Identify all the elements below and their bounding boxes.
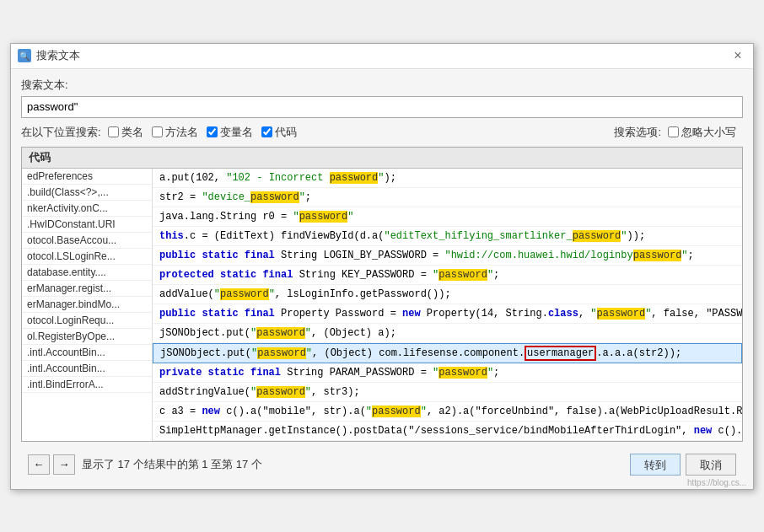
password-highlight: password bbox=[597, 308, 646, 320]
string-literal: "password" bbox=[250, 327, 311, 339]
goto-button[interactable]: 转到 bbox=[630, 454, 681, 476]
checkbox-ignore-case[interactable]: 忽略大小写 bbox=[668, 125, 736, 140]
password-highlight: password bbox=[256, 327, 305, 339]
string-literal: "device_password" bbox=[202, 191, 304, 203]
code-row[interactable]: jSONObject.put("password", (Object) a); bbox=[153, 324, 742, 343]
search-input[interactable] bbox=[21, 96, 743, 118]
results-header: 代码 bbox=[22, 148, 742, 169]
location-label: 在以下位置搜索: bbox=[21, 125, 101, 140]
list-item[interactable]: erManager.bindMo... bbox=[22, 297, 152, 313]
watermark: https://blog.cs... bbox=[687, 478, 746, 487]
right-panel: a.put(102, "102 - Incorrect password"); … bbox=[153, 169, 742, 441]
list-item[interactable]: edPreferences bbox=[22, 169, 152, 185]
string-literal: "editText_hiflying_smartlinker_password" bbox=[384, 230, 627, 242]
code-row[interactable]: c a3 = new c().a("mobile", str).a("passw… bbox=[153, 402, 742, 422]
checkbox-variable-input[interactable] bbox=[207, 126, 218, 137]
code-row[interactable]: this.c = (EditText) findViewById(d.a("ed… bbox=[153, 227, 742, 246]
checkbox-class[interactable]: 类名 bbox=[108, 125, 143, 140]
checkbox-variable-label: 变量名 bbox=[220, 125, 253, 140]
results-area: 代码 edPreferences .build(Class<?>,... nke… bbox=[21, 147, 743, 442]
list-item[interactable]: otocol.LSLoginRe... bbox=[22, 249, 152, 265]
checkbox-ignore-case-label: 忽略大小写 bbox=[681, 125, 736, 140]
password-highlight: password bbox=[257, 347, 306, 359]
list-item[interactable]: .intl.AccountBin... bbox=[22, 345, 152, 361]
action-buttons: 转到 取消 bbox=[630, 454, 736, 476]
search-options-label: 搜索选项: bbox=[614, 125, 661, 140]
options-row: 在以下位置搜索: 类名 方法名 变量名 代码 bbox=[21, 125, 743, 140]
string-literal: "hwid://com.huawei.hwid/loginbypassword" bbox=[444, 250, 687, 261]
keyword: public static final bbox=[159, 250, 275, 261]
keyword: private static final bbox=[159, 367, 281, 379]
string-literal: "password" bbox=[251, 347, 312, 359]
list-item[interactable]: .HwIDConstant.URI bbox=[22, 217, 152, 233]
password-highlight: password bbox=[438, 269, 487, 281]
footer-left: ← → 显示了 17 个结果中的第 1 至第 17 个 bbox=[28, 454, 262, 475]
list-item[interactable]: ol.RegisterByOpe... bbox=[22, 329, 152, 345]
next-button[interactable]: → bbox=[53, 454, 75, 475]
string-literal: "password" bbox=[433, 269, 493, 281]
password-highlight: password bbox=[633, 250, 682, 261]
code-row[interactable]: public static final String LOGIN_BY_PASS… bbox=[153, 246, 742, 266]
code-row[interactable]: addValue("password", lsLoginInfo.getPass… bbox=[153, 285, 742, 304]
dialog-icon: 🔍 bbox=[18, 49, 31, 62]
password-highlight: password bbox=[330, 172, 379, 184]
list-item[interactable]: otocol.LoginRequ... bbox=[22, 313, 152, 329]
list-item[interactable]: .intl.BindErrorA... bbox=[22, 377, 152, 393]
code-row[interactable]: protected static final String KEY_PASSWO… bbox=[153, 266, 742, 285]
code-row-selected[interactable]: jSONObject.put("password", (Object) com.… bbox=[153, 343, 742, 363]
string-literal: "102 - Incorrect password" bbox=[226, 172, 384, 184]
left-panel: edPreferences .build(Class<?>,... nkerAc… bbox=[22, 169, 153, 441]
checkbox-code[interactable]: 代码 bbox=[261, 125, 297, 140]
checkbox-code-label: 代码 bbox=[275, 125, 297, 140]
code-row[interactable]: str2 = "device_password"; bbox=[153, 188, 742, 207]
keyword: public static final bbox=[159, 308, 275, 320]
string-literal: "password" bbox=[590, 308, 651, 320]
dialog-body: 搜索文本: 在以下位置搜索: 类名 方法名 变量名 bbox=[11, 69, 753, 489]
cancel-button[interactable]: 取消 bbox=[686, 454, 736, 476]
prev-button[interactable]: ← bbox=[28, 454, 50, 475]
keyword: class bbox=[548, 308, 578, 320]
checkbox-class-label: 类名 bbox=[121, 125, 143, 140]
keyword: this bbox=[159, 230, 184, 242]
list-item[interactable]: .intl.AccountBin... bbox=[22, 361, 152, 377]
code-row[interactable]: public static final Property Password = … bbox=[153, 304, 742, 324]
checkbox-method-input[interactable] bbox=[152, 126, 163, 137]
keyword: protected static final bbox=[159, 269, 293, 281]
keyword: new bbox=[202, 406, 220, 417]
list-item[interactable]: nkerActivity.onC... bbox=[22, 201, 152, 217]
close-button[interactable]: × bbox=[729, 47, 746, 64]
search-label: 搜索文本: bbox=[21, 78, 743, 93]
password-highlight: password bbox=[438, 367, 487, 379]
results-content: edPreferences .build(Class<?>,... nkerAc… bbox=[22, 169, 742, 441]
string-literal: "password" bbox=[366, 406, 427, 417]
password-highlight: password bbox=[372, 406, 421, 417]
checkbox-method[interactable]: 方法名 bbox=[152, 125, 198, 140]
checkbox-method-label: 方法名 bbox=[165, 125, 198, 140]
list-item[interactable]: erManager.regist... bbox=[22, 281, 152, 297]
list-item[interactable]: otocol.BaseAccou... bbox=[22, 233, 152, 249]
nav-buttons: ← → bbox=[28, 454, 75, 475]
password-highlight: password bbox=[250, 191, 299, 203]
checkbox-code-input[interactable] bbox=[261, 126, 272, 137]
checkbox-variable[interactable]: 变量名 bbox=[207, 125, 253, 140]
string-literal: "password" bbox=[250, 386, 311, 398]
keyword: new bbox=[694, 425, 713, 437]
password-highlight: password bbox=[220, 288, 269, 300]
password-highlight: password bbox=[573, 230, 621, 242]
checkbox-ignore-case-input[interactable] bbox=[668, 126, 679, 137]
code-row[interactable]: a.put(102, "102 - Incorrect password"); bbox=[153, 169, 742, 188]
string-literal: "password" bbox=[214, 288, 275, 300]
code-row[interactable]: addStringValue("password", str3); bbox=[153, 383, 742, 402]
list-item[interactable]: .build(Class<?>,... bbox=[22, 185, 152, 201]
code-row[interactable]: SimpleHttpManager.getInstance().postData… bbox=[153, 422, 742, 441]
title-bar-left: 🔍 搜索文本 bbox=[18, 48, 80, 63]
string-literal: "password" bbox=[433, 367, 493, 379]
code-row[interactable]: java.lang.String r0 = "password" bbox=[153, 207, 742, 227]
list-item[interactable]: database.entity.... bbox=[22, 265, 152, 281]
location-options: 在以下位置搜索: 类名 方法名 变量名 代码 bbox=[21, 125, 304, 140]
title-bar: 🔍 搜索文本 × bbox=[11, 44, 753, 69]
status-text: 显示了 17 个结果中的第 1 至第 17 个 bbox=[82, 457, 262, 472]
code-row[interactable]: private static final String PARAM_PASSWO… bbox=[153, 363, 742, 383]
checkbox-class-input[interactable] bbox=[108, 126, 119, 137]
search-options: 搜索选项: 忽略大小写 bbox=[614, 125, 743, 140]
